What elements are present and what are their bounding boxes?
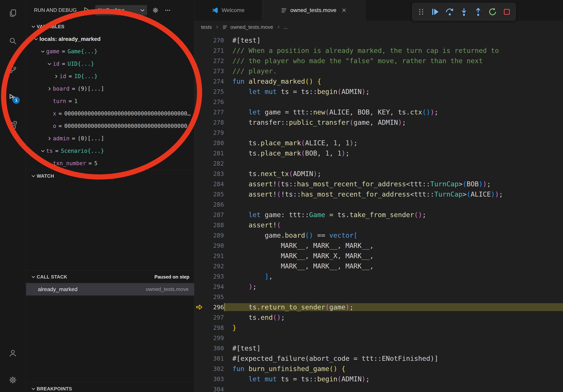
line-number[interactable]: 289 [204, 232, 224, 239]
breadcrumb-item-symbol[interactable]: ... [283, 24, 288, 30]
restart-icon[interactable] [487, 6, 498, 17]
code-line[interactable]: 275 let mut ts = ts::begin(ADMIN); [194, 86, 563, 97]
code-line[interactable]: 283 ts.next_tx(ADMIN); [194, 169, 563, 179]
line-number[interactable]: 282 [204, 160, 224, 167]
tab-welcome[interactable]: Welcome [194, 0, 262, 21]
code-line[interactable]: 271/// When a position is already marked… [194, 45, 563, 56]
run-and-debug-icon[interactable]: 1 [8, 92, 18, 102]
breakpoints-section-header[interactable]: BREAKPOINTS [26, 382, 194, 392]
variable-row[interactable]: o=00000000000000000000000000000000000000… [26, 120, 194, 132]
code-line[interactable]: 277 let game = ttt::new(ALICE, BOB, KEY,… [194, 107, 563, 117]
variable-row[interactable]: txn_number=5 [26, 157, 194, 170]
code-line[interactable]: 278 transfer::public_transfer(game, ADMI… [194, 117, 563, 128]
more-actions-icon[interactable] [164, 7, 171, 14]
code-line[interactable]: 296 ts.return_to_sender(game); [194, 302, 563, 312]
line-number[interactable]: 291 [204, 252, 224, 259]
line-number[interactable]: 271 [204, 47, 224, 54]
line-number[interactable]: 294 [204, 283, 224, 290]
code-line[interactable]: 297 ts.end(); [194, 312, 563, 323]
line-number[interactable]: 277 [204, 109, 224, 116]
step-over-icon[interactable] [444, 6, 455, 17]
variable-row[interactable]: id=UID{...} [26, 58, 194, 70]
variable-scope-row[interactable]: locals: already_marked [26, 33, 194, 45]
chevron-down-icon[interactable] [46, 61, 53, 67]
line-number[interactable]: 276 [204, 99, 224, 105]
variable-row[interactable]: x=00000000000000000000000000000000000000… [26, 107, 194, 120]
code-line[interactable]: 287 let game: ttt::Game = ts.take_from_s… [194, 210, 563, 220]
step-out-icon[interactable] [473, 6, 484, 17]
line-number[interactable]: 285 [204, 191, 224, 198]
variable-row[interactable]: game=Game{...} [26, 45, 194, 58]
code-line[interactable]: 290 MARK__, MARK__, MARK__, [194, 240, 563, 251]
step-into-icon[interactable] [459, 6, 470, 17]
line-number[interactable]: 297 [204, 314, 224, 321]
account-icon[interactable] [8, 348, 18, 358]
settings-gear-icon[interactable] [8, 375, 18, 385]
debug-config-dropdown[interactable]: No Configur [95, 5, 147, 15]
line-number[interactable]: 300 [204, 345, 224, 352]
variable-row[interactable]: id=ID{...} [26, 70, 194, 82]
line-number[interactable]: 290 [204, 242, 224, 249]
code-line[interactable]: 292 MARK__, MARK__, MARK__, [194, 261, 563, 271]
variable-row[interactable]: admin=(0)[...] [26, 132, 194, 145]
variable-row[interactable]: board=(9)[...] [26, 82, 194, 95]
code-line[interactable]: 282 [194, 158, 563, 169]
line-number[interactable]: 295 [204, 293, 224, 301]
code-line[interactable]: 284 assert!(ts::has_most_recent_for_addr… [194, 179, 563, 189]
line-number[interactable]: 270 [204, 37, 224, 44]
chevron-right-icon[interactable] [46, 135, 53, 142]
line-number[interactable]: 304 [204, 386, 224, 392]
line-number[interactable]: 284 [204, 181, 224, 187]
code-line[interactable]: 298} [194, 323, 563, 333]
line-number[interactable]: 288 [204, 222, 224, 229]
line-number[interactable]: 283 [204, 170, 224, 177]
call-stack-frame[interactable]: already_markedowned_tests.move [26, 283, 194, 296]
code-line[interactable]: 301#[expected_failure(abort_code = ttt::… [194, 353, 563, 364]
line-number[interactable]: 286 [204, 201, 224, 208]
code-line[interactable]: 273/// player. [194, 66, 563, 76]
extensions-icon[interactable] [8, 120, 18, 130]
chevron-right-icon[interactable] [53, 73, 60, 80]
line-number[interactable]: 280 [204, 140, 224, 146]
line-number[interactable]: 273 [204, 68, 224, 75]
source-control-icon[interactable] [8, 64, 18, 74]
search-icon[interactable] [8, 36, 18, 46]
line-number[interactable]: 302 [204, 365, 224, 372]
stop-icon[interactable] [501, 6, 512, 17]
breadcrumb-item-file[interactable]: owned_tests.move [230, 24, 273, 30]
variable-row[interactable]: turn=1 [26, 95, 194, 107]
close-icon[interactable] [341, 7, 347, 13]
variable-row[interactable]: ts=Scenario{...} [26, 145, 194, 157]
chevron-right-icon[interactable] [46, 85, 53, 92]
start-debug-button[interactable] [83, 6, 90, 14]
variables-section-header[interactable]: VARIABLES [26, 20, 194, 33]
code-line[interactable]: 295 [194, 292, 563, 302]
tab-owned-tests[interactable]: owned_tests.move [262, 0, 366, 21]
line-number[interactable]: 287 [204, 211, 224, 218]
line-number[interactable]: 296 [204, 304, 224, 311]
code-line[interactable]: 285 assert!(!ts::has_most_recent_for_add… [194, 189, 563, 199]
code-line[interactable]: 289 game.board() == vector[ [194, 230, 563, 240]
line-number[interactable]: 303 [204, 376, 224, 382]
code-line[interactable]: 288 assert!( [194, 220, 563, 230]
code-line[interactable]: 272/// the player who made the "false" m… [194, 56, 563, 66]
chevron-down-icon[interactable] [33, 36, 39, 42]
chevron-down-icon[interactable] [39, 48, 46, 55]
code-line[interactable]: 274fun already_marked() { [194, 76, 563, 86]
line-number[interactable]: 293 [204, 273, 224, 280]
line-number[interactable]: 292 [204, 263, 224, 270]
explorer-icon[interactable] [8, 8, 18, 18]
line-number[interactable]: 272 [204, 57, 224, 64]
gear-icon[interactable] [152, 7, 159, 14]
watch-section-header[interactable]: WATCH [26, 170, 194, 182]
code-line[interactable]: 276 [194, 97, 563, 107]
code-line[interactable]: 302fun burn_unfinished_game() { [194, 364, 563, 374]
code-line[interactable]: 303 let mut ts = ts::begin(ADMIN); [194, 374, 563, 384]
code-line[interactable]: 293 ], [194, 271, 563, 281]
drag-grip-icon[interactable] [416, 6, 427, 17]
code-line[interactable]: 304 [194, 384, 563, 392]
call-stack-section-header[interactable]: CALL STACK Paused on step [26, 270, 194, 283]
line-number[interactable]: 298 [204, 324, 224, 331]
code-line[interactable]: 280 ts.place_mark(ALICE, 1, 1); [194, 138, 563, 148]
line-number[interactable]: 274 [204, 78, 224, 85]
